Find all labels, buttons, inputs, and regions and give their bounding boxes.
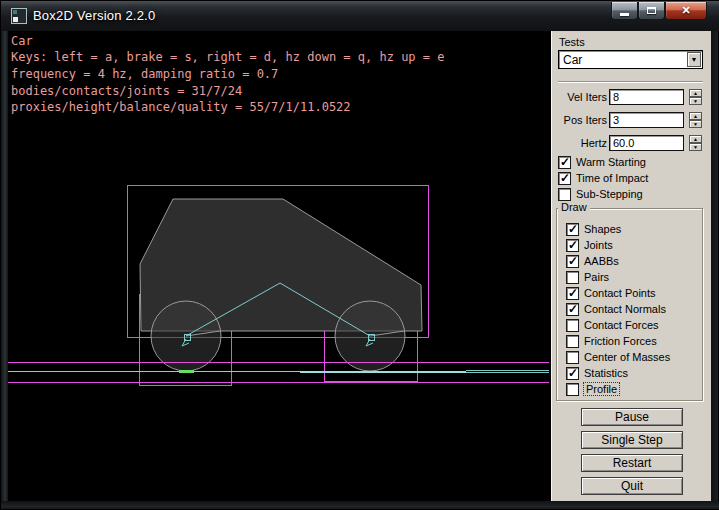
draw-group-title: Draw <box>558 201 590 213</box>
spin-up-icon[interactable]: ▲ <box>689 112 702 120</box>
warm-starting-label: Warm Starting <box>576 156 646 168</box>
profile-checkbox[interactable]: ✓ <box>566 383 579 396</box>
app-icon-detail <box>13 17 18 22</box>
minimize-icon <box>620 13 629 16</box>
test-select-value: Car <box>563 53 582 67</box>
profile-label: Profile <box>584 383 619 395</box>
vel-iters-spinner[interactable]: ▲ ▼ <box>689 89 702 106</box>
hertz-spinner[interactable]: ▲ ▼ <box>689 135 702 152</box>
restart-button[interactable]: Restart <box>581 454 683 472</box>
simulation-canvas[interactable]: Car Keys: left = a, brake = s, right = d… <box>8 31 551 503</box>
contact-points-label: Contact Points <box>584 287 656 299</box>
check-icon: ✓ <box>568 254 578 268</box>
center-of-masses-checkbox[interactable]: ✓ <box>566 351 579 364</box>
app-icon <box>11 8 27 24</box>
hertz-label: Hertz <box>552 137 607 149</box>
friction-forces-checkbox[interactable]: ✓ <box>566 335 579 348</box>
warm-starting-checkbox[interactable]: ✓ <box>558 156 571 169</box>
contact-normals-checkbox[interactable]: ✓ <box>566 303 579 316</box>
pos-iters-spinner[interactable]: ▲ ▼ <box>689 112 702 129</box>
window-title: Box2D Version 2.2.0 <box>33 8 155 23</box>
sub-stepping-checkbox[interactable]: ✓ <box>558 188 571 201</box>
pause-button[interactable]: Pause <box>581 408 683 426</box>
minimize-button[interactable] <box>611 2 638 20</box>
joints-checkbox[interactable]: ✓ <box>566 239 579 252</box>
control-panel: Tests Car ▼ Vel Iters 8 ▲ ▼ Pos Iters 3 … <box>551 31 713 503</box>
pairs-checkbox[interactable]: ✓ <box>566 271 579 284</box>
separator <box>558 81 703 83</box>
shapes-label: Shapes <box>584 223 621 235</box>
check-icon: ✓ <box>560 155 570 169</box>
check-icon: ✓ <box>568 286 578 300</box>
pairs-label: Pairs <box>584 271 609 283</box>
friction-forces-label: Friction Forces <box>584 335 657 347</box>
center-of-masses-label: Center of Masses <box>584 351 670 363</box>
spin-down-icon[interactable]: ▼ <box>689 143 702 151</box>
chevron-down-icon: ▼ <box>691 56 698 63</box>
statistics-checkbox[interactable]: ✓ <box>566 367 579 380</box>
spin-up-icon[interactable]: ▲ <box>689 89 702 97</box>
caption-buttons: ✕ <box>611 2 707 20</box>
tests-label: Tests <box>559 36 585 48</box>
window-border-right <box>711 31 718 503</box>
check-icon: ✓ <box>568 238 578 252</box>
contact-forces-checkbox[interactable]: ✓ <box>566 319 579 332</box>
pos-iters-input[interactable]: 3 <box>609 112 684 128</box>
spin-down-icon[interactable]: ▼ <box>689 120 702 128</box>
check-icon: ✓ <box>568 302 578 316</box>
shapes-checkbox[interactable]: ✓ <box>566 223 579 236</box>
check-icon: ✓ <box>568 222 578 236</box>
contact-normals-label: Contact Normals <box>584 303 666 315</box>
app-icon-detail2 <box>13 10 17 14</box>
hud-proxies: proxies/height/balance/quality = 55/7/1/… <box>11 100 351 114</box>
hud-test-name: Car <box>11 34 33 48</box>
time-of-impact-label: Time of Impact <box>576 172 648 184</box>
contact-forces-label: Contact Forces <box>584 319 659 331</box>
test-select-combobox[interactable]: Car ▼ <box>558 50 703 69</box>
pos-iters-label: Pos Iters <box>552 114 607 126</box>
joints-label: Joints <box>584 239 613 251</box>
sub-stepping-label: Sub-Stepping <box>576 188 643 200</box>
quit-button[interactable]: Quit <box>581 477 683 495</box>
hud-keys: Keys: left = a, brake = s, right = d, hz… <box>11 50 444 64</box>
aabbs-label: AABBs <box>584 255 619 267</box>
window-border-bottom <box>1 501 719 509</box>
app-window: Box2D Version 2.2.0 ✕ <box>0 0 719 510</box>
titlebar[interactable]: Box2D Version 2.2.0 ✕ <box>1 1 719 31</box>
maximize-button[interactable] <box>638 2 665 20</box>
check-icon: ✓ <box>568 366 578 380</box>
window-border-left <box>1 31 8 503</box>
hud-frequency: frequency = 4 hz, damping ratio = 0.7 <box>11 67 278 81</box>
vel-iters-label: Vel Iters <box>552 91 607 103</box>
close-icon: ✕ <box>681 4 690 17</box>
hertz-input[interactable]: 60.0 <box>609 135 684 151</box>
maximize-icon <box>647 7 656 14</box>
spin-up-icon[interactable]: ▲ <box>689 135 702 143</box>
spin-down-icon[interactable]: ▼ <box>689 97 702 105</box>
left-contact-highlight <box>179 370 194 373</box>
combobox-dropdown-button[interactable]: ▼ <box>687 52 701 67</box>
vel-iters-input[interactable]: 8 <box>609 89 684 105</box>
statistics-label: Statistics <box>584 367 628 379</box>
close-button[interactable]: ✕ <box>665 2 707 20</box>
single-step-button[interactable]: Single Step <box>581 431 683 449</box>
contact-points-checkbox[interactable]: ✓ <box>566 287 579 300</box>
time-of-impact-checkbox[interactable]: ✓ <box>558 172 571 185</box>
check-icon: ✓ <box>560 171 570 185</box>
hud-bodies: bodies/contacts/joints = 31/7/24 <box>11 84 242 98</box>
aabbs-checkbox[interactable]: ✓ <box>566 255 579 268</box>
